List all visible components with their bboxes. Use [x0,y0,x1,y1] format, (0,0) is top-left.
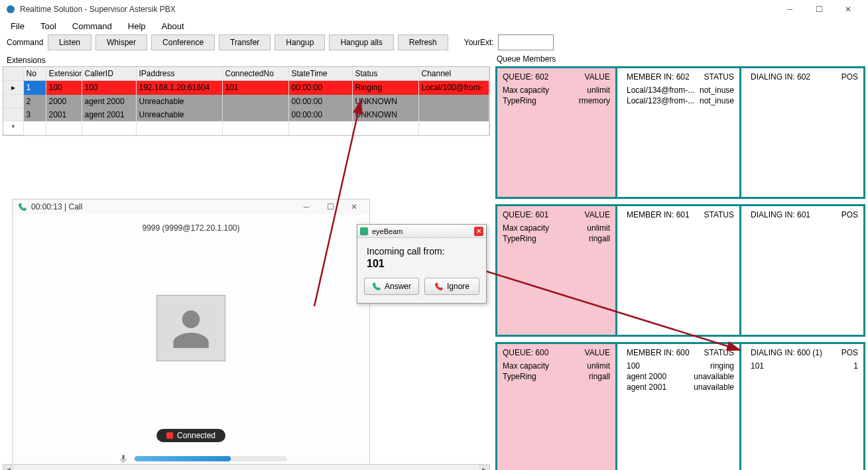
pos-header: POS [841,210,858,219]
member-header: MEMBER IN: 600 [627,348,690,357]
window-maximize-button[interactable]: ☐ [804,0,834,19]
ignore-button[interactable]: Ignore [424,278,479,295]
queue-info-cell[interactable]: QUEUE: 601VALUEMax capacityunlimitTypeRi… [497,206,617,335]
app-icon [5,4,16,15]
table-row[interactable]: 2 2000 agent 2000 Unreachable 00:00:00 U… [3,95,489,108]
value-header: VALUE [585,72,610,82]
grid-header-row: No Extension CallerID IPaddress Connecte… [3,67,489,81]
record-icon [166,432,173,439]
status-header: STATUS [704,210,734,219]
col-ipaddress[interactable]: IPaddress [136,67,222,81]
row-indicator-icon: ▸ [3,81,23,95]
table-row[interactable]: 3 2001 agent 2001 Unreachable 00:00:00 U… [3,108,489,121]
pos-header: POS [841,72,858,82]
window-titlebar: Realtime Solution - Supervisor Astersik … [0,0,868,19]
eyebeam-title: eyeBeam [372,227,470,235]
queue-info-cell[interactable]: QUEUE: 602VALUEMax capacityunlimitTypeRi… [497,68,617,197]
dialing-header: DIALING IN: 602 [751,72,810,82]
dialing-cell[interactable]: DIALING IN: 600 (1)POS1011 [745,344,863,470]
yourext-label: YourExt: [464,38,494,47]
menu-command[interactable]: Command [72,21,112,31]
member-cell[interactable]: MEMBER IN: 601STATUS [621,206,741,335]
incoming-call-label: Incoming call from: [367,246,477,257]
panel-maximize-button[interactable]: ☐ [320,202,340,211]
caller-id: 9999 (9999@172.20.1.100) [13,214,369,237]
queue-name: QUEUE: 602 [503,72,548,82]
scroll-right-icon[interactable]: ▸ [479,465,489,470]
horizontal-scrollbar[interactable]: ◂ ▸ [3,464,490,470]
table-row[interactable]: ▸ 1 100 100 192.168.1.20:61604 101 00:00… [3,81,489,95]
queue-name: QUEUE: 601 [503,210,548,219]
call-panel-title: 00:00:13 | Call [31,202,292,211]
dialing-header: DIALING IN: 601 [751,210,810,219]
extensions-grid[interactable]: No Extension CallerID IPaddress Connecte… [3,66,490,136]
incoming-call-number: 101 [367,258,477,270]
conference-button[interactable]: Conference [151,34,215,50]
col-status[interactable]: Status [352,67,418,81]
command-label: Command [7,38,44,47]
call-panel: 00:00:13 | Call ─ ☐ ✕ 9999 (9999@172.20.… [12,199,370,470]
phone-answer-icon [372,282,381,291]
menu-tool[interactable]: Tool [40,21,56,31]
member-cell[interactable]: MEMBER IN: 602STATUSLocal/134@from-...no… [621,68,741,197]
eyebeam-icon [360,227,368,235]
dialing-cell[interactable]: DIALING IN: 601POS [745,206,863,335]
queue-row: QUEUE: 602VALUEMax capacityunlimitTypeRi… [495,66,865,199]
menu-about[interactable]: About [162,21,184,31]
call-status-badge: Connected [156,429,225,442]
scroll-left-icon[interactable]: ◂ [3,465,14,470]
eyebeam-titlebar[interactable]: eyeBeam ✕ [357,225,486,238]
refresh-button[interactable]: Refresh [398,34,448,50]
col-statetime[interactable]: StateTime [288,67,352,81]
member-header: MEMBER IN: 602 [627,72,690,82]
avatar [156,295,225,361]
value-header: VALUE [585,348,610,357]
window-close-button[interactable]: ✕ [834,0,863,19]
queue-members-label: Queue Members [495,54,865,66]
panel-close-button[interactable]: ✕ [344,202,364,211]
pos-header: POS [841,348,858,357]
status-header: STATUS [704,72,734,82]
menubar: File Tool Command Help About [0,19,868,33]
window-minimize-button[interactable]: ─ [775,0,804,19]
call-icon [18,202,27,211]
yourext-input[interactable] [498,34,554,50]
queue-row: QUEUE: 600VALUEMax capacityunlimitTypeRi… [495,342,865,470]
window-title: Realtime Solution - Supervisor Astersik … [20,5,775,14]
col-callerid[interactable]: CallerID [82,67,136,81]
svg-point-0 [7,5,15,13]
extensions-label: Extensions [0,54,493,66]
microphone-icon [119,454,128,463]
queue-row: QUEUE: 601VALUEMax capacityunlimitTypeRi… [495,204,865,337]
listen-button[interactable]: Listen [48,34,92,50]
whisper-button[interactable]: Whisper [95,34,147,50]
eyebeam-dialog: eyeBeam ✕ Incoming call from: 101 Answer… [357,224,487,304]
menu-help[interactable]: Help [128,21,146,31]
hangup-button[interactable]: Hangup [275,34,325,50]
col-no[interactable]: No [23,67,46,81]
table-row[interactable]: * [3,121,489,135]
member-cell[interactable]: MEMBER IN: 600STATUS100ringingagent 2000… [621,344,741,470]
hangupalls-button[interactable]: Hangup alls [329,34,393,50]
dialing-cell[interactable]: DIALING IN: 602POS [745,68,863,197]
queue-name: QUEUE: 600 [503,348,548,357]
col-extension[interactable]: Extension [46,67,82,81]
command-toolbar: Command Listen Whisper Conference Transf… [0,33,868,54]
value-header: VALUE [585,210,610,219]
call-panel-titlebar: 00:00:13 | Call ─ ☐ ✕ [13,200,369,214]
panel-minimize-button[interactable]: ─ [296,202,316,211]
col-channel[interactable]: Channel [418,67,489,81]
menu-file[interactable]: File [11,21,25,31]
col-connectedno[interactable]: ConnectedNo [222,67,288,81]
answer-button[interactable]: Answer [364,278,419,295]
eyebeam-close-button[interactable]: ✕ [474,227,483,236]
mic-level-bar[interactable] [135,456,287,461]
phone-ignore-icon [434,282,444,291]
transfer-button[interactable]: Transfer [219,34,271,50]
queue-info-cell[interactable]: QUEUE: 600VALUEMax capacityunlimitTypeRi… [497,344,617,470]
status-header: STATUS [704,348,734,357]
member-header: MEMBER IN: 601 [627,210,690,219]
dialing-header: DIALING IN: 600 (1) [751,348,822,357]
